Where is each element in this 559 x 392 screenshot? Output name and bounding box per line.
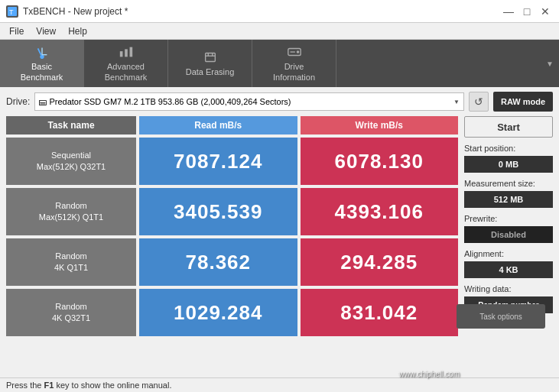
svg-rect-8 xyxy=(129,47,132,57)
menu-bar: File View Help xyxy=(0,23,559,40)
status-text: Press the F1 key to show the online manu… xyxy=(6,381,171,390)
tab-erasing-label: Data Erasing xyxy=(186,67,235,77)
row-write-2: 4393.106 xyxy=(301,188,459,235)
tab-advanced-benchmark[interactable]: AdvancedBenchmark xyxy=(84,40,168,87)
app-icon: T xyxy=(6,5,18,18)
window-title: TxBENCH - New project * xyxy=(23,6,128,17)
row-read-1: 7087.124 xyxy=(139,138,297,185)
tab-drive-information[interactable]: DriveInformation xyxy=(252,40,336,87)
param-label-prewrite: Prewrite: xyxy=(464,214,553,223)
raw-mode-button[interactable]: RAW mode xyxy=(493,92,553,112)
right-panel: Start Start position: 0 MB Measurement s… xyxy=(464,116,553,342)
col-header-write: Write mB/s xyxy=(301,116,459,134)
svg-text:T: T xyxy=(9,8,14,16)
data-erasing-icon xyxy=(203,50,218,65)
table-row: SequentialMax(512K) Q32T1 7087.124 6078.… xyxy=(6,138,458,185)
menu-file[interactable]: File xyxy=(3,24,30,38)
svg-point-14 xyxy=(296,50,299,53)
table-row: Random4K Q32T1 1029.284 831.042 xyxy=(6,289,458,336)
row-write-1: 6078.130 xyxy=(301,138,459,185)
refresh-button[interactable]: ↺ xyxy=(469,92,489,112)
task-options-tooltip: Task options xyxy=(457,304,545,329)
tab-advanced-label: AdvancedBenchmark xyxy=(105,62,148,82)
svg-rect-9 xyxy=(205,53,215,61)
main-content: Drive: 🖴 Predator SSD GM7 M.2 1TB 953.86… xyxy=(0,87,559,347)
table-section: Task name Read mB/s Write mB/s Sequentia… xyxy=(6,116,458,342)
menu-help[interactable]: Help xyxy=(62,24,93,38)
svg-rect-7 xyxy=(125,50,128,57)
row-read-4: 1029.284 xyxy=(139,289,297,336)
col-header-read: Read mB/s xyxy=(139,116,297,134)
content-area: Task name Read mB/s Write mB/s Sequentia… xyxy=(6,116,553,342)
param-value-alignment: 4 KB xyxy=(464,261,553,278)
param-label-start-position: Start position: xyxy=(464,144,553,153)
drive-information-icon xyxy=(287,44,302,60)
title-bar: T TxBENCH - New project * — □ ✕ xyxy=(0,0,559,23)
refresh-icon: ↺ xyxy=(474,96,483,108)
tab-drive-label: DriveInformation xyxy=(273,62,315,82)
param-label-measurement-size: Measurement size: xyxy=(464,179,553,188)
row-task-4: Random4K Q32T1 xyxy=(6,289,136,336)
start-button[interactable]: Start xyxy=(464,116,553,138)
row-task-3: Random4K Q1T1 xyxy=(6,238,136,286)
param-value-prewrite: Disabled xyxy=(464,226,553,243)
row-task-2: RandomMax(512K) Q1T1 xyxy=(6,188,136,235)
toolbar: BasicBenchmark AdvancedBenchmark Data Er… xyxy=(0,40,559,87)
tab-data-erasing[interactable]: Data Erasing xyxy=(168,40,252,87)
row-task-1: SequentialMax(512K) Q32T1 xyxy=(6,138,136,185)
param-value-measurement-size: 512 MB xyxy=(464,191,553,208)
toolbar-more-arrow[interactable]: ▼ xyxy=(541,40,559,87)
svg-rect-6 xyxy=(119,51,122,57)
maximize-button[interactable]: □ xyxy=(519,4,535,19)
table-row: Random4K Q1T1 78.362 294.285 xyxy=(6,238,458,286)
watermark: www.chiphell.com xyxy=(399,370,460,378)
basic-benchmark-icon xyxy=(34,44,50,60)
drive-select-wrapper: 🖴 Predator SSD GM7 M.2 1TB 953.86 GB (2,… xyxy=(34,92,464,111)
table-row: RandomMax(512K) Q1T1 3405.539 4393.106 xyxy=(6,188,458,235)
tab-basic-benchmark[interactable]: BasicBenchmark xyxy=(0,40,84,87)
row-write-3: 294.285 xyxy=(301,238,459,286)
tab-basic-label: BasicBenchmark xyxy=(21,62,63,82)
row-read-3: 78.362 xyxy=(139,238,297,286)
tooltip-text: Task options xyxy=(479,313,522,321)
close-button[interactable]: ✕ xyxy=(538,4,553,19)
drive-label: Drive: xyxy=(6,96,30,107)
menu-view[interactable]: View xyxy=(30,24,62,38)
status-bar: Press the F1 key to show the online manu… xyxy=(0,377,559,392)
row-write-4: 831.042 xyxy=(301,289,459,336)
row-read-2: 3405.539 xyxy=(139,188,297,235)
advanced-benchmark-icon xyxy=(119,44,134,60)
drive-row: Drive: 🖴 Predator SSD GM7 M.2 1TB 953.86… xyxy=(6,92,553,112)
table-header: Task name Read mB/s Write mB/s xyxy=(6,116,458,134)
param-label-writing-data: Writing data: xyxy=(464,284,553,293)
col-header-task: Task name xyxy=(6,116,136,134)
param-value-start-position: 0 MB xyxy=(464,156,553,173)
minimize-button[interactable]: — xyxy=(501,4,516,19)
svg-line-3 xyxy=(37,49,41,57)
drive-select[interactable]: 🖴 Predator SSD GM7 M.2 1TB 953.86 GB (2,… xyxy=(34,92,464,111)
param-label-alignment: Alignment: xyxy=(464,249,553,258)
